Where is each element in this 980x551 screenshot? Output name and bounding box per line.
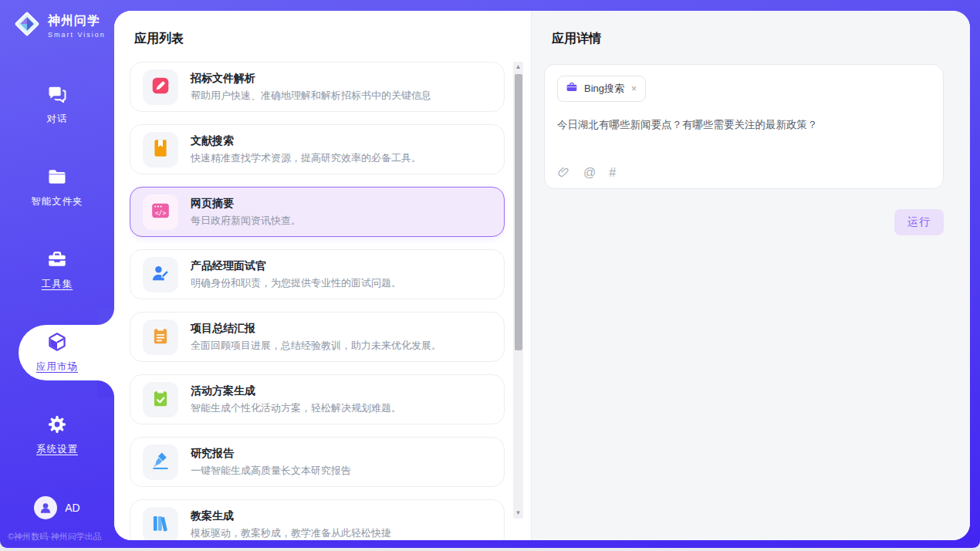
- app-card-title: 研究报告: [191, 447, 351, 461]
- app-card[interactable]: 文献搜索快速精准查找学术资源，提高研究效率的必备工具。: [130, 124, 505, 174]
- app-card[interactable]: 研究报告一键智能生成高质量长文本研究报告: [130, 437, 505, 487]
- sidebar-item-cube[interactable]: 应用市场: [0, 311, 114, 394]
- cube-icon: [46, 331, 68, 354]
- books-icon: [150, 513, 171, 536]
- scrollbar[interactable]: ▲ ▼: [513, 62, 523, 519]
- clipboard-icon: [150, 326, 171, 349]
- app-card-title: 网页摘要: [191, 197, 301, 211]
- app-card[interactable]: 招标文件解析帮助用户快速、准确地理解和解析招标书中的关键信息: [130, 62, 505, 112]
- tool-tag-label: Bing搜索: [584, 82, 624, 96]
- chat-icon: [46, 83, 68, 106]
- prompt-input[interactable]: 今日湖北有哪些新闻要点？有哪些需要关注的最新政策？: [557, 117, 931, 133]
- scrollbar-up-icon[interactable]: ▲: [513, 62, 523, 73]
- run-button[interactable]: 运行: [894, 209, 944, 235]
- toolbox-icon: [46, 248, 68, 272]
- sidebar-item-label: 系统设置: [36, 443, 78, 456]
- interviewer-icon: [150, 263, 171, 286]
- close-icon[interactable]: ×: [630, 83, 637, 94]
- mention-icon[interactable]: @: [583, 167, 596, 179]
- app-icon-tile: [143, 445, 178, 480]
- sidebar-item-label: 应用市场: [36, 360, 78, 374]
- app-card-desc: 模板驱动，教案秒成，教学准备从此轻松快捷: [191, 526, 391, 540]
- app-icon-tile: </>: [143, 194, 178, 230]
- app-card-desc: 每日政府新闻资讯快查。: [191, 214, 301, 228]
- app-card[interactable]: </>网页摘要每日政府新闻资讯快查。: [130, 187, 505, 237]
- copyright: ©神州数码·神州问学出品: [8, 531, 102, 543]
- sidebar-item-label: 智能文件夹: [31, 195, 83, 208]
- user-initials: AD: [65, 502, 79, 514]
- app-icon-tile: [143, 69, 178, 105]
- user-profile[interactable]: AD: [0, 496, 114, 519]
- sidebar: 神州问学 Smart Vision 对话智能文件夹工具集应用市场系统设置 AD …: [0, 0, 114, 548]
- sidebar-item-toolbox[interactable]: 工具集: [0, 228, 114, 311]
- app-icon-tile: [143, 319, 178, 355]
- app-card-title: 产品经理面试官: [191, 259, 401, 273]
- app-card-list: 招标文件解析帮助用户快速、准确地理解和解析招标书中的关键信息文献搜索快速精准查找…: [130, 62, 505, 540]
- app-detail-title: 应用详情: [532, 11, 970, 47]
- sidebar-item-chat[interactable]: 对话: [0, 63, 114, 146]
- app-card-title: 教案生成: [191, 509, 391, 523]
- sidebar-item-label: 工具集: [42, 278, 73, 291]
- app-window: 神州问学 Smart Vision 对话智能文件夹工具集应用市场系统设置 AD …: [0, 0, 980, 551]
- logo: 神州问学 Smart Vision: [12, 9, 106, 42]
- app-card[interactable]: 项目总结汇报全面回顾项目进展，总结经验教训，助力未来优化发展。: [130, 312, 505, 362]
- sidebar-nav: 对话智能文件夹工具集应用市场系统设置: [0, 63, 114, 476]
- app-card[interactable]: 教案生成模板驱动，教案秒成，教学准备从此轻松快捷: [130, 499, 505, 540]
- avatar: [34, 496, 57, 519]
- app-card-desc: 明确身份和职责，为您提供专业性的面试问题。: [191, 276, 401, 290]
- paperclip-icon[interactable]: [557, 166, 570, 179]
- hash-icon[interactable]: #: [609, 167, 616, 179]
- scrollbar-down-icon[interactable]: ▼: [513, 508, 523, 519]
- app-card-desc: 全面回顾项目进展，总结经验教训，助力未来优化发展。: [191, 339, 441, 353]
- gear-icon: [46, 414, 68, 437]
- main-content: 应用列表 招标文件解析帮助用户快速、准确地理解和解析招标书中的关键信息文献搜索快…: [114, 11, 970, 540]
- app-icon-tile: [143, 257, 178, 292]
- app-card[interactable]: 产品经理面试官明确身份和职责，为您提供专业性的面试问题。: [130, 249, 505, 299]
- app-detail-panel: 应用详情 Bing搜索 × 今日湖北有哪些新闻要点？有哪些需要关注的最新政策？ …: [531, 11, 970, 540]
- prompt-toolbar: @#: [557, 166, 616, 179]
- app-card-title: 项目总结汇报: [191, 322, 441, 336]
- app-card-desc: 快速精准查找学术资源，提高研究效率的必备工具。: [191, 151, 421, 165]
- svg-text:</>: </>: [155, 208, 167, 216]
- browser-code-icon: </>: [150, 201, 171, 224]
- research-icon: [150, 451, 171, 474]
- app-card-desc: 智能生成个性化活动方案，轻松解决规划难题。: [191, 401, 401, 415]
- tool-tag-bing-search[interactable]: Bing搜索 ×: [557, 76, 646, 102]
- app-card-title: 活动方案生成: [191, 384, 401, 398]
- app-card-desc: 帮助用户快速、准确地理解和解析招标书中的关键信息: [191, 89, 431, 103]
- sidebar-item-label: 对话: [47, 113, 68, 126]
- folder-icon: [46, 166, 68, 189]
- logo-subtitle: Smart Vision: [48, 31, 106, 39]
- sidebar-item-folder[interactable]: 智能文件夹: [0, 146, 114, 228]
- app-card[interactable]: 活动方案生成智能生成个性化活动方案，轻松解决规划难题。: [130, 374, 505, 424]
- scrollbar-thumb[interactable]: [515, 74, 522, 350]
- logo-diamond-icon: [12, 9, 42, 42]
- logo-title: 神州问学: [48, 13, 106, 29]
- briefcase-icon: [566, 81, 578, 96]
- app-card-desc: 一键智能生成高质量长文本研究报告: [191, 464, 351, 478]
- sidebar-item-gear[interactable]: 系统设置: [0, 394, 114, 476]
- edit-icon: [150, 76, 171, 99]
- app-card-title: 文献搜索: [191, 134, 421, 148]
- clipboard-check-icon: [150, 388, 171, 411]
- app-icon-tile: [143, 132, 178, 167]
- app-list-panel: 应用列表 招标文件解析帮助用户快速、准确地理解和解析招标书中的关键信息文献搜索快…: [114, 11, 531, 540]
- app-icon-tile: [143, 507, 178, 541]
- prompt-card: Bing搜索 × 今日湖北有哪些新闻要点？有哪些需要关注的最新政策？ @#: [544, 64, 944, 189]
- app-list-title: 应用列表: [114, 11, 531, 47]
- app-icon-tile: [143, 382, 178, 417]
- app-card-title: 招标文件解析: [191, 72, 431, 86]
- book-icon: [150, 138, 171, 161]
